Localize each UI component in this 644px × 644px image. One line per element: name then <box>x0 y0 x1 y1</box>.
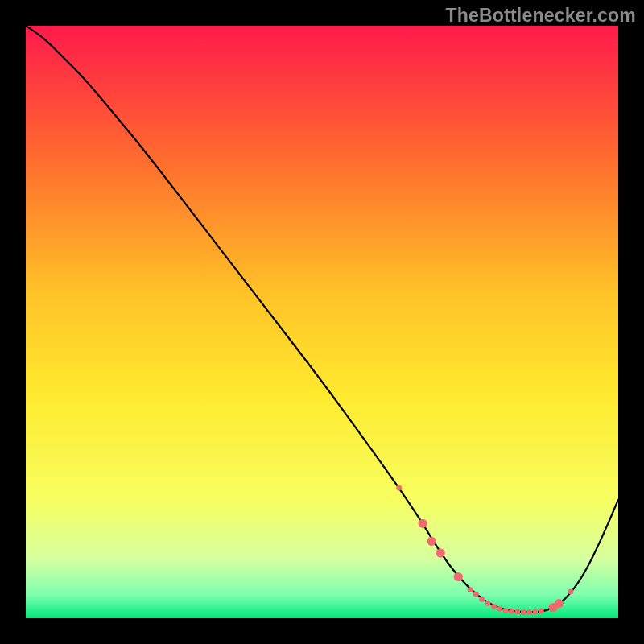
chart-svg <box>26 26 618 618</box>
chart-frame: TheBottlenecker.com <box>0 0 644 644</box>
chart-plot-area <box>26 26 618 618</box>
chart-marker <box>396 485 402 491</box>
chart-marker <box>436 548 445 557</box>
chart-marker <box>419 519 427 528</box>
chart-marker <box>473 592 479 597</box>
chart-marker <box>539 609 544 614</box>
chart-marker <box>514 609 520 615</box>
chart-marker <box>454 572 463 581</box>
chart-marker <box>427 537 436 546</box>
chart-marker <box>479 597 485 602</box>
chart-marker <box>526 609 532 615</box>
chart-marker <box>468 587 473 592</box>
chart-marker <box>521 609 526 615</box>
chart-marker <box>555 599 564 608</box>
chart-marker <box>503 608 509 613</box>
chart-marker <box>485 601 491 606</box>
watermark-text: TheBottlenecker.com <box>446 5 636 27</box>
chart-marker <box>568 588 574 594</box>
chart-marker <box>497 606 502 612</box>
chart-marker <box>533 609 539 615</box>
chart-marker <box>491 604 497 609</box>
chart-marker <box>509 609 514 614</box>
